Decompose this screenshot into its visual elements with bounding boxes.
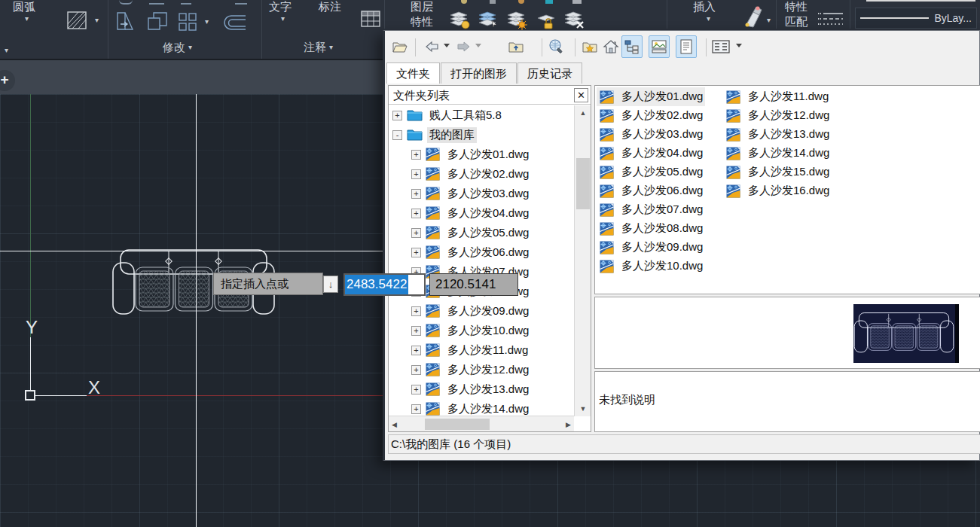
up-folder-button[interactable] — [505, 35, 527, 58]
file-item[interactable]: 多人沙发11.dwg — [723, 87, 832, 106]
expand-toggle-icon[interactable]: + — [411, 404, 421, 414]
file-item[interactable]: 多人沙发09.dwg — [597, 238, 705, 257]
annotate-panel-label[interactable]: 注释▾ — [304, 41, 333, 55]
hatch-icon[interactable] — [65, 9, 90, 35]
preview-toggle[interactable] — [649, 35, 670, 58]
expand-toggle-icon[interactable]: + — [411, 385, 421, 394]
scale-icon[interactable] — [146, 11, 169, 35]
scrollbar-thumb[interactable] — [425, 419, 490, 430]
back-history-dropdown[interactable] — [444, 44, 450, 47]
new-drawing-tab-button[interactable]: + — [0, 70, 15, 91]
dimension-button[interactable]: 标注 — [319, 0, 341, 14]
expand-toggle-icon[interactable]: + — [411, 189, 421, 199]
home-button[interactable] — [600, 35, 621, 58]
bylayer-dropdown[interactable]: ByLay... — [855, 8, 977, 29]
tree-item[interactable]: +多人沙发11.dwg — [389, 340, 574, 360]
tree-item[interactable]: +多人沙发06.dwg — [389, 242, 574, 262]
modify-panel-label[interactable]: 修改▾ — [163, 41, 192, 55]
favorites-button[interactable] — [579, 35, 600, 58]
x-value-selected: 2483.5422 — [345, 275, 408, 294]
expand-toggle-icon[interactable]: + — [411, 326, 421, 336]
tree-item[interactable]: +多人沙发01.dwg — [389, 145, 574, 164]
file-item-label: 多人沙发09.dwg — [619, 239, 705, 255]
draw-panel-expander[interactable]: ▾ — [2, 44, 8, 56]
expand-toggle-icon[interactable]: + — [411, 150, 421, 160]
file-item[interactable]: 多人沙发08.dwg — [597, 219, 705, 238]
tree-item[interactable]: -我的图库 — [389, 125, 574, 145]
file-item[interactable]: 多人沙发06.dwg — [597, 181, 705, 200]
x-coordinate-input[interactable]: 2483.5422 — [343, 273, 426, 296]
file-item[interactable]: 多人沙发03.dwg — [597, 125, 705, 144]
scroll-right-icon[interactable]: ▶ — [566, 421, 571, 428]
file-item[interactable]: 多人沙发04.dwg — [597, 144, 705, 163]
expand-toggle-icon[interactable]: + — [411, 248, 421, 257]
tree-item[interactable]: +多人沙发12.dwg — [389, 360, 574, 379]
tree-vertical-scrollbar[interactable]: ▲ ▼ — [574, 105, 591, 416]
tree-item[interactable]: +多人沙发05.dwg — [389, 223, 574, 242]
file-item[interactable]: 多人沙发14.dwg — [723, 144, 832, 163]
expand-toggle-icon[interactable]: + — [411, 306, 421, 316]
load-button[interactable] — [389, 35, 411, 58]
match-properties-dropdown[interactable]: ▾ — [764, 14, 771, 26]
back-button[interactable] — [421, 35, 442, 58]
tab-open-drawings[interactable]: 打开的图形 — [441, 62, 517, 84]
expand-toggle-icon[interactable]: + — [411, 209, 421, 218]
file-item[interactable]: 多人沙发12.dwg — [723, 106, 832, 125]
close-icon[interactable]: ✕ — [574, 88, 588, 102]
match-properties-icon[interactable] — [740, 5, 765, 32]
forward-history-dropdown[interactable] — [475, 44, 481, 47]
file-item[interactable]: 多人沙发05.dwg — [597, 163, 705, 181]
expand-toggle-icon[interactable]: + — [411, 169, 421, 179]
scrollbar-thumb[interactable] — [576, 158, 590, 209]
description-toggle[interactable] — [676, 35, 697, 58]
expand-toggle-icon[interactable]: + — [411, 365, 421, 375]
y-coordinate-input[interactable]: 2120.5141 — [429, 273, 518, 296]
scroll-down-icon[interactable]: ▼ — [575, 405, 591, 413]
file-item[interactable]: 多人沙发16.dwg — [723, 181, 832, 200]
file-item-label: 多人沙发07.dwg — [619, 202, 705, 218]
search-button[interactable] — [546, 35, 567, 58]
views-button[interactable] — [710, 35, 731, 58]
scroll-left-icon[interactable]: ◀ — [392, 421, 397, 428]
table-icon[interactable] — [360, 9, 381, 32]
views-dropdown[interactable] — [736, 44, 742, 47]
tree-item[interactable]: +多人沙发04.dwg — [389, 203, 574, 223]
tree-view-toggle[interactable] — [621, 35, 643, 58]
expand-toggle-icon[interactable]: + — [411, 346, 421, 355]
tree-item[interactable]: +多人沙发09.dwg — [389, 301, 574, 321]
tree-item[interactable]: +多人沙发14.dwg — [389, 399, 574, 416]
tree-horizontal-scrollbar[interactable]: ◀ ▶ — [389, 416, 574, 431]
forward-button[interactable] — [453, 35, 474, 58]
file-item[interactable]: 多人沙发13.dwg — [723, 125, 832, 144]
tab-history[interactable]: 历史记录 — [517, 62, 582, 84]
properties-label-line2: 匹配 — [785, 15, 808, 29]
file-item[interactable]: 多人沙发15.dwg — [723, 163, 832, 181]
file-item[interactable]: 多人沙发07.dwg — [597, 200, 705, 219]
array-dropdown[interactable]: ▾ — [202, 15, 209, 28]
tree-item[interactable]: +多人沙发10.dwg — [389, 321, 574, 340]
expand-toggle-icon[interactable]: + — [392, 111, 402, 120]
file-item[interactable]: 多人沙发02.dwg — [597, 106, 705, 125]
tree-item[interactable]: +多人沙发13.dwg — [389, 379, 574, 399]
insert-dropdown[interactable]: ▾ — [704, 12, 710, 25]
file-item-label: 多人沙发05.dwg — [619, 164, 705, 180]
tree-item-label: 多人沙发03.dwg — [445, 186, 531, 202]
scroll-up-icon[interactable]: ▲ — [575, 109, 591, 117]
expand-toggle-icon[interactable]: - — [392, 130, 402, 140]
tree-item[interactable]: +贱人工具箱5.8 — [389, 105, 574, 125]
file-item[interactable]: 多人沙发01.dwg — [597, 87, 705, 106]
file-item[interactable]: 多人沙发10.dwg — [597, 257, 705, 276]
arc-dropdown[interactable]: ▾ — [22, 12, 29, 25]
down-arrow-key-hint[interactable]: ↓ — [323, 276, 338, 293]
hatch-dropdown[interactable]: ▾ — [92, 14, 99, 26]
tree-item[interactable]: +多人沙发03.dwg — [389, 184, 574, 203]
array-icon[interactable] — [178, 12, 199, 35]
tab-folders[interactable]: 文件夹 — [386, 62, 440, 84]
dwg-file-icon — [600, 184, 615, 198]
text-dropdown[interactable]: ▾ — [278, 12, 285, 25]
offset-icon[interactable] — [221, 14, 248, 35]
tree-item[interactable]: +多人沙发02.dwg — [389, 164, 574, 184]
stretch-icon[interactable] — [114, 11, 137, 35]
dwg-file-icon — [426, 245, 441, 259]
expand-toggle-icon[interactable]: + — [411, 228, 421, 238]
